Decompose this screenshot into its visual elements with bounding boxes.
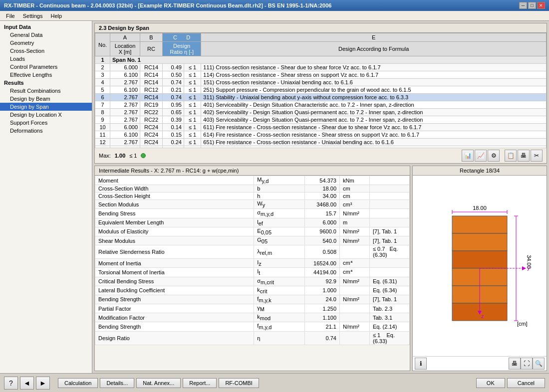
main-container: Input Data General Data Geometry Cross-S…	[0, 21, 549, 373]
table-row: Relative Slenderness Ratio λrel,m 0.508 …	[95, 245, 410, 259]
details-button[interactable]: Details...	[100, 378, 134, 388]
header-no: No.	[95, 33, 110, 56]
table-row-highlighted: 6 2.767 RC14 0.74 ≤ 1 311) Stability - U…	[95, 94, 547, 101]
table-row: Lateral Buckling Coefficient kcrit 1.000…	[95, 286, 410, 295]
max-le: ≤ 1	[129, 153, 137, 159]
status-dot	[141, 153, 146, 158]
cancel-button[interactable]: Cancel	[507, 378, 545, 388]
table-row: Section Modulus Wy 3468.00 cm³	[95, 200, 410, 209]
max-row: Max: 1.00 ≤ 1 📊 📈 ⚙ 📋 🖶 ✂	[95, 148, 547, 163]
footer-bar: ? ◄ ► Calculation Details... Nat. Annex.…	[0, 373, 549, 392]
nat-annex-button[interactable]: Nat. Annex...	[136, 378, 181, 388]
chart-button-1[interactable]: 📊	[462, 150, 474, 162]
header-col-b: B	[140, 33, 163, 42]
header-col-a: A	[110, 33, 140, 42]
sidebar-item-effective-lengths[interactable]: Effective Lengths	[0, 71, 92, 79]
diagram-panel: Rectangle 18/34 18.00	[412, 166, 547, 371]
menu-file[interactable]: File	[2, 12, 19, 19]
export-button[interactable]: 📋	[505, 150, 517, 162]
ok-button[interactable]: OK	[476, 378, 505, 388]
nav-forward-button[interactable]: ►	[36, 377, 50, 390]
svg-rect-6	[452, 251, 507, 268]
table-row: Critical Bending Stress σm,crit 92.9 N/m…	[95, 277, 410, 286]
table-row: Shear Modulus G05 540.0 N/mm² [7], Tab. …	[95, 236, 410, 245]
table-row: Equivalent Member Length lef 6.000 m	[95, 218, 410, 227]
table-row: Cross-Section Width b 18.00 cm	[95, 185, 410, 193]
intermediate-scroll[interactable]: Moment My,d 54.373 kNm Cross-Section Wid…	[95, 176, 410, 371]
table-row: Moment of Inertia Iz 16524.00 cm⁴	[95, 259, 410, 268]
header-col-cd: C D	[163, 33, 201, 42]
nav-prev-button[interactable]: ?	[4, 377, 18, 390]
sidebar-item-cross-section[interactable]: Cross-Section	[0, 47, 92, 55]
sidebar-item-design-by-location[interactable]: Design by Location X	[0, 111, 92, 119]
sidebar-item-deformations[interactable]: Deformations	[0, 127, 92, 135]
report-button[interactable]: Report...	[183, 378, 217, 388]
header-design-ratio: DesignRatio η [-]	[163, 42, 201, 56]
sidebar-item-design-by-span[interactable]: Design by Span	[0, 103, 92, 111]
close-button[interactable]: ✕	[537, 2, 545, 9]
row-symbol: My,d	[254, 176, 305, 185]
chart-button-2[interactable]: 📈	[475, 150, 487, 162]
design-table: No. A B C D E LocationX [m] RC DesignRat…	[95, 33, 547, 148]
table-row: 5 6.100 RC12 0.21 ≤ 1 251) Support press…	[95, 86, 547, 94]
span-label: Span No. 1	[110, 56, 547, 64]
rf-combi-button[interactable]: RF-COMBI	[219, 378, 259, 388]
sidebar-item-design-by-beam[interactable]: Design by Beam	[0, 95, 92, 103]
title-bar: RX-TIMBER - Continuous beam - 2.04.0003 …	[0, 0, 549, 11]
design-table-scroll[interactable]: No. A B C D E LocationX [m] RC DesignRat…	[95, 33, 547, 148]
max-value: 1.00	[115, 153, 125, 159]
calculation-button[interactable]: Calculation	[58, 378, 98, 388]
sidebar-item-loads[interactable]: Loads	[0, 55, 92, 63]
sidebar-item-geometry[interactable]: Geometry	[0, 39, 92, 47]
table-row: Bending Stress σm,y,d 15.7 N/mm²	[95, 209, 410, 218]
table-row: 2 6.000 RC14 0.49 ≤ 1 111) Cross-section…	[95, 64, 547, 71]
window-title: RX-TIMBER - Continuous beam - 2.04.0003 …	[4, 2, 331, 8]
chart-button-3[interactable]: ⚙	[488, 150, 500, 162]
diagram-export-button[interactable]: 🖶	[509, 358, 521, 370]
table-row: Torsional Moment of Inertia It 44194.00 …	[95, 268, 410, 277]
max-label: Max:	[99, 153, 111, 159]
svg-text:y: y	[527, 265, 530, 271]
sidebar-section-input: Input Data	[0, 23, 92, 31]
table-row: 3 6.100 RC14 0.50 ≤ 1 114) Cross-section…	[95, 71, 547, 79]
row-no: 1	[95, 56, 110, 64]
svg-text:[cm]: [cm]	[517, 321, 528, 327]
sidebar-item-result-combinations[interactable]: Result Combinations	[0, 87, 92, 95]
header-rc: RC	[140, 42, 163, 56]
toolbar-buttons: 📊 📈 ⚙ 📋 🖶 ✂	[462, 150, 543, 162]
intermediate-panel: Intermediate Results - X: 2.767 m - RC14…	[94, 166, 410, 371]
table-row: Cross-Section Height h 34.00 cm	[95, 193, 410, 200]
intermediate-table: Moment My,d 54.373 kNm Cross-Section Wid…	[95, 176, 410, 345]
maximize-button[interactable]: □	[528, 2, 536, 9]
info-button[interactable]: ℹ	[415, 358, 427, 370]
table-row: 10 6.000 RC24 0.14 ≤ 1 611) Fire resista…	[95, 124, 547, 131]
header-col-e: E	[201, 33, 547, 42]
table-row: 7 2.767 RC19 0.95 ≤ 1 401) Serviceabilit…	[95, 101, 547, 109]
table-row: 9 2.767 RC22 0.39 ≤ 1 403) Serviceabilit…	[95, 116, 547, 124]
svg-text:18.00: 18.00	[473, 205, 487, 211]
cross-section-diagram: 18.00 34.00	[422, 201, 537, 331]
table-row: Modification Factor kmod 1.100 Tab. 3.1	[95, 313, 410, 322]
sidebar-item-control-parameters[interactable]: Control Parameters	[0, 63, 92, 71]
table-row: 8 2.767 RC22 0.65 ≤ 1 402) Serviceabilit…	[95, 109, 547, 116]
menu-help[interactable]: Help	[46, 12, 66, 19]
print-button[interactable]: 🖶	[518, 150, 530, 162]
content-area: 2.3 Design by Span No. A B C D E Locatio…	[92, 21, 549, 373]
table-row: Bending Strength fm,y,k 24.0 N/mm² [7], …	[95, 295, 410, 304]
svg-rect-5	[452, 233, 507, 251]
bottom-panels: Intermediate Results - X: 2.767 m - RC14…	[94, 166, 547, 371]
diagram-zoom-button[interactable]: 🔍	[533, 358, 545, 370]
svg-rect-4	[452, 216, 507, 233]
minimize-button[interactable]: ─	[519, 2, 527, 9]
menu-settings[interactable]: Settings	[19, 12, 47, 19]
diagram-expand-button[interactable]: ⛶	[521, 358, 533, 370]
sidebar-item-general-data[interactable]: General Data	[0, 31, 92, 39]
extra-button[interactable]: ✂	[531, 150, 543, 162]
nav-back-button[interactable]: ◄	[20, 377, 34, 390]
row-eq	[370, 176, 410, 185]
table-row: Partial Factor γM 1.250 Tab. 2.3	[95, 304, 410, 313]
diagram-footer: ℹ 🖶 ⛶ 🔍	[413, 356, 547, 371]
row-label: Moment	[95, 176, 254, 185]
table-row: 11 6.100 RC24 0.15 ≤ 1 614) Fire resista…	[95, 131, 547, 139]
sidebar-item-support-forces[interactable]: Support Forces	[0, 119, 92, 127]
